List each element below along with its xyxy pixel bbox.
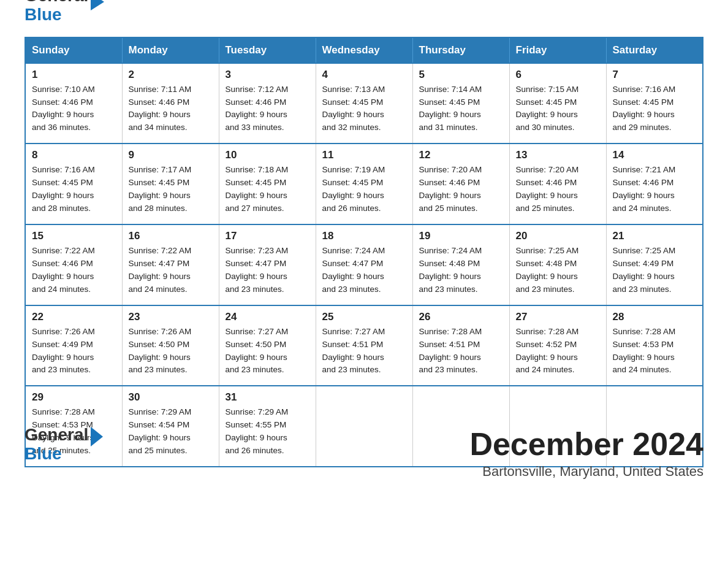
day-number: 28 [613,311,697,323]
day-info: Sunrise: 7:15 AMSunset: 4:45 PMDaylight:… [516,83,600,135]
day-number: 5 [419,69,503,81]
logo-general: General [25,426,88,445]
calendar-cell: 13 Sunrise: 7:20 AMSunset: 4:46 PMDaylig… [509,144,606,224]
day-number: 15 [32,230,116,242]
day-info: Sunrise: 7:19 AMSunset: 4:45 PMDaylight:… [322,164,406,215]
day-number: 23 [129,311,213,323]
day-info: Sunrise: 7:23 AMSunset: 4:47 PMDaylight:… [226,245,309,296]
day-number: 22 [32,311,116,323]
day-info: Sunrise: 7:21 AMSunset: 4:46 PMDaylight:… [613,164,697,215]
day-info: Sunrise: 7:17 AMSunset: 4:45 PMDaylight:… [129,164,213,215]
calendar-cell: 5 Sunrise: 7:14 AMSunset: 4:45 PMDayligh… [412,63,509,144]
weekday-header-sunday: Sunday [25,37,122,63]
calendar-cell: 24 Sunrise: 7:27 AMSunset: 4:50 PMDaylig… [219,305,316,386]
calendar-cell: 2 Sunrise: 7:11 AMSunset: 4:46 PMDayligh… [122,63,219,144]
calendar-header-row: SundayMondayTuesdayWednesdayThursdayFrid… [25,37,703,63]
calendar-cell: 11 Sunrise: 7:19 AMSunset: 4:45 PMDaylig… [316,144,412,224]
day-info: Sunrise: 7:26 AMSunset: 4:50 PMDaylight:… [129,326,213,377]
title-block: December 2024 Bartonsville, Maryland, Un… [469,426,703,480]
day-number: 8 [32,149,116,161]
day-info: Sunrise: 7:28 AMSunset: 4:52 PMDaylight:… [516,326,600,377]
calendar-cell: 23 Sunrise: 7:26 AMSunset: 4:50 PMDaylig… [122,305,219,386]
day-number: 11 [322,149,406,161]
day-info: Sunrise: 7:22 AMSunset: 4:47 PMDaylight:… [129,245,213,296]
day-info: Sunrise: 7:26 AMSunset: 4:49 PMDaylight:… [32,326,116,377]
day-number: 3 [226,69,309,81]
day-number: 12 [419,149,503,161]
calendar-cell: 9 Sunrise: 7:17 AMSunset: 4:45 PMDayligh… [122,144,219,224]
calendar-cell: 8 Sunrise: 7:16 AMSunset: 4:45 PMDayligh… [25,144,122,224]
page-location: Bartonsville, Maryland, United States [469,464,703,480]
calendar-cell: 22 Sunrise: 7:26 AMSunset: 4:49 PMDaylig… [25,305,122,386]
calendar-cell: 28 Sunrise: 7:28 AMSunset: 4:53 PMDaylig… [606,305,703,386]
day-number: 30 [129,391,213,404]
calendar-cell: 6 Sunrise: 7:15 AMSunset: 4:45 PMDayligh… [509,63,606,144]
calendar-cell: 15 Sunrise: 7:22 AMSunset: 4:46 PMDaylig… [25,224,122,305]
day-number: 13 [516,149,600,161]
calendar-cell: 20 Sunrise: 7:25 AMSunset: 4:48 PMDaylig… [509,224,606,305]
svg-marker-0 [91,0,104,10]
calendar-table: SundayMondayTuesdayWednesdayThursdayFrid… [25,37,703,467]
day-info: Sunrise: 7:27 AMSunset: 4:50 PMDaylight:… [226,326,309,377]
day-number: 1 [32,69,116,81]
logo-blue-text: Blue [25,6,88,25]
day-info: Sunrise: 7:12 AMSunset: 4:46 PMDaylight:… [226,83,309,135]
day-info: Sunrise: 7:11 AMSunset: 4:46 PMDaylight:… [129,83,213,135]
calendar-cell: 19 Sunrise: 7:24 AMSunset: 4:48 PMDaylig… [412,224,509,305]
calendar-cell: 12 Sunrise: 7:20 AMSunset: 4:46 PMDaylig… [412,144,509,224]
weekday-header-tuesday: Tuesday [219,37,316,63]
day-number: 6 [516,69,600,81]
calendar-cell: 1 Sunrise: 7:10 AMSunset: 4:46 PMDayligh… [25,63,122,144]
weekday-header-saturday: Saturday [606,37,703,63]
calendar-cell: 7 Sunrise: 7:16 AMSunset: 4:45 PMDayligh… [606,63,703,144]
calendar-cell: 25 Sunrise: 7:27 AMSunset: 4:51 PMDaylig… [316,305,412,386]
day-number: 17 [226,230,309,242]
day-number: 21 [613,230,697,242]
day-number: 2 [129,69,213,81]
day-info: Sunrise: 7:20 AMSunset: 4:46 PMDaylight:… [516,164,600,215]
day-number: 10 [226,149,309,161]
day-number: 14 [613,149,697,161]
day-number: 24 [226,311,309,323]
logo-text-block: General Blue [25,426,88,464]
day-info: Sunrise: 7:28 AMSunset: 4:51 PMDaylight:… [419,326,503,377]
day-info: Sunrise: 7:24 AMSunset: 4:47 PMDaylight:… [322,245,406,296]
weekday-header-thursday: Thursday [412,37,509,63]
calendar-cell: 4 Sunrise: 7:13 AMSunset: 4:45 PMDayligh… [316,63,412,144]
calendar-cell: 26 Sunrise: 7:28 AMSunset: 4:51 PMDaylig… [412,305,509,386]
day-info: Sunrise: 7:22 AMSunset: 4:46 PMDaylight:… [32,245,116,296]
page-title: December 2024 [469,426,703,462]
calendar-week-row: 8 Sunrise: 7:16 AMSunset: 4:45 PMDayligh… [25,144,703,224]
header-row: General Blue December 2024 Bartonsville,… [25,426,703,480]
day-number: 19 [419,230,503,242]
day-info: Sunrise: 7:20 AMSunset: 4:46 PMDaylight:… [419,164,503,215]
weekday-header-wednesday: Wednesday [316,37,412,63]
calendar-cell: 3 Sunrise: 7:12 AMSunset: 4:46 PMDayligh… [219,63,316,144]
weekday-header-friday: Friday [509,37,606,63]
day-info: Sunrise: 7:25 AMSunset: 4:48 PMDaylight:… [516,245,600,296]
calendar-cell: 21 Sunrise: 7:25 AMSunset: 4:49 PMDaylig… [606,224,703,305]
day-info: Sunrise: 7:10 AMSunset: 4:46 PMDaylight:… [32,83,116,135]
svg-marker-1 [91,427,103,446]
calendar-week-row: 22 Sunrise: 7:26 AMSunset: 4:49 PMDaylig… [25,305,703,386]
calendar-cell: 18 Sunrise: 7:24 AMSunset: 4:47 PMDaylig… [316,224,412,305]
day-info: Sunrise: 7:24 AMSunset: 4:48 PMDaylight:… [419,245,503,296]
day-number: 20 [516,230,600,242]
day-info: Sunrise: 7:13 AMSunset: 4:45 PMDaylight:… [322,83,406,135]
day-info: Sunrise: 7:25 AMSunset: 4:49 PMDaylight:… [613,245,697,296]
day-number: 16 [129,230,213,242]
calendar-cell: 27 Sunrise: 7:28 AMSunset: 4:52 PMDaylig… [509,305,606,386]
calendar-cell: 10 Sunrise: 7:18 AMSunset: 4:45 PMDaylig… [219,144,316,224]
day-info: Sunrise: 7:28 AMSunset: 4:53 PMDaylight:… [613,326,697,377]
day-number: 26 [419,311,503,323]
logo-container: General Blue [25,426,103,464]
calendar-cell: 17 Sunrise: 7:23 AMSunset: 4:47 PMDaylig… [219,224,316,305]
calendar-week-row: 1 Sunrise: 7:10 AMSunset: 4:46 PMDayligh… [25,63,703,144]
logo-arrow-icon [91,427,103,446]
day-number: 25 [322,311,406,323]
day-info: Sunrise: 7:16 AMSunset: 4:45 PMDaylight:… [32,164,116,215]
day-info: Sunrise: 7:27 AMSunset: 4:51 PMDaylight:… [322,326,406,377]
calendar-cell: 14 Sunrise: 7:21 AMSunset: 4:46 PMDaylig… [606,144,703,224]
day-number: 7 [613,69,697,81]
calendar-cell: 16 Sunrise: 7:22 AMSunset: 4:47 PMDaylig… [122,224,219,305]
